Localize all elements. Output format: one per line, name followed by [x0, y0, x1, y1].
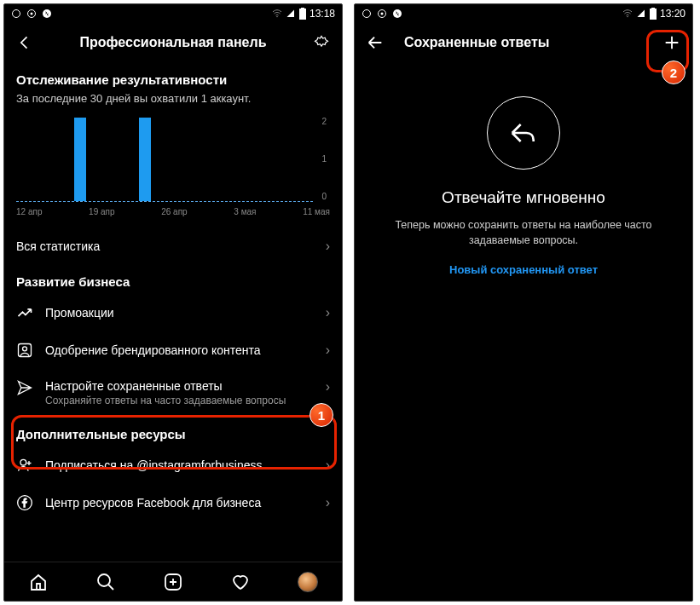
- svg-point-15: [381, 13, 384, 15]
- app-header: Профессиональная панель: [4, 23, 342, 62]
- app-header: Сохраненные ответы: [355, 23, 692, 62]
- new-saved-reply-link[interactable]: Новый сохраненный ответ: [449, 263, 598, 276]
- svg-rect-7: [19, 344, 32, 357]
- bubble-icon: [377, 9, 387, 19]
- bubble-icon: [26, 9, 37, 19]
- all-stats-link[interactable]: Вся статистика ›: [4, 228, 342, 264]
- svg-point-13: [363, 10, 371, 18]
- chevron-right-icon: ›: [326, 305, 330, 320]
- svg-point-0: [13, 10, 20, 18]
- chart-x-ticks: 12 апр 19 апр 26 апр 3 мая 11 мая: [16, 202, 330, 225]
- perf-section-title: Отслеживание результативности: [4, 62, 342, 92]
- facebook-icon: [16, 494, 33, 511]
- shazam-icon: [42, 9, 52, 19]
- saved-replies-item[interactable]: Настройте сохраненные ответы Сохраняйте …: [4, 369, 342, 417]
- svg-point-11: [98, 574, 110, 586]
- chevron-right-icon: ›: [326, 379, 330, 395]
- svg-point-17: [627, 16, 628, 18]
- chevron-right-icon: ›: [326, 343, 330, 358]
- saved-replies-label: Настройте сохраненные ответы: [45, 379, 314, 393]
- step-badge-1: 1: [310, 403, 333, 427]
- wifi-icon: [622, 9, 633, 19]
- svg-rect-6: [301, 8, 304, 9]
- signal-icon: [286, 9, 296, 19]
- status-time: 13:18: [310, 8, 335, 20]
- svg-point-9: [20, 459, 26, 465]
- circle-icon: [11, 9, 21, 19]
- branded-content-item[interactable]: Одобрение брендированного контента ›: [4, 331, 342, 369]
- chevron-right-icon: ›: [326, 495, 330, 510]
- svg-point-8: [23, 347, 27, 351]
- wifi-icon: [272, 9, 282, 19]
- empty-title: Отвечайте мгновенно: [442, 188, 605, 207]
- reach-chart: 2 1 0 12 апр 19 апр 26 апр 3 мая 11 мая: [4, 113, 342, 228]
- add-person-icon: [16, 457, 33, 474]
- chart-y-ticks: 2 1 0: [321, 117, 327, 201]
- promo-item[interactable]: Промоакции ›: [4, 294, 342, 331]
- battery-icon: [299, 8, 306, 20]
- empty-state: Отвечайте мгновенно Теперь можно сохрани…: [355, 62, 692, 601]
- nav-search[interactable]: [95, 571, 117, 593]
- avatar: [298, 572, 318, 592]
- page-title: Сохраненные ответы: [404, 35, 549, 50]
- svg-point-16: [393, 9, 402, 18]
- reply-arrow-icon: [487, 96, 560, 170]
- status-time: 13:20: [660, 8, 686, 20]
- shazam-icon: [392, 9, 402, 19]
- biz-section-title: Развитие бизнеса: [4, 264, 342, 294]
- bottom-nav: [4, 562, 342, 601]
- svg-rect-18: [650, 9, 657, 20]
- nav-create[interactable]: [162, 571, 184, 593]
- page-title: Профессиональная панель: [4, 35, 342, 50]
- pro-dashboard-screen: 13:18 Профессиональная панель Отслеживан…: [3, 3, 343, 602]
- svg-point-3: [43, 9, 51, 18]
- back-button[interactable]: [14, 32, 35, 53]
- add-button[interactable]: [662, 32, 682, 53]
- empty-body: Теперь можно сохранить ответы на наиболе…: [355, 217, 692, 248]
- chevron-right-icon: ›: [326, 239, 330, 254]
- step-badge-2: 2: [662, 60, 686, 84]
- badge-person-icon: [16, 342, 33, 359]
- perf-subtitle: За последние 30 дней вы охватили 1 аккау…: [4, 92, 342, 113]
- status-bar: 13:18: [4, 4, 342, 23]
- settings-button[interactable]: [311, 32, 332, 53]
- saved-replies-screen: 13:20 Сохраненные ответы Отвечайте мгнов…: [354, 3, 693, 602]
- status-bar: 13:20: [355, 4, 692, 23]
- trend-icon: [16, 304, 33, 321]
- svg-point-4: [276, 16, 278, 18]
- follow-igbusiness-item[interactable]: Подписаться на @instagramforbusiness ›: [4, 447, 342, 484]
- nav-activity[interactable]: [229, 571, 252, 593]
- chevron-right-icon: ›: [326, 458, 330, 473]
- send-icon: [16, 379, 33, 396]
- circle-icon: [362, 9, 372, 19]
- svg-rect-19: [651, 8, 655, 9]
- back-button[interactable]: [365, 32, 385, 53]
- signal-icon: [636, 9, 646, 19]
- chart-bar: [74, 118, 86, 201]
- battery-icon: [650, 8, 657, 20]
- chart-bar: [139, 118, 151, 201]
- svg-rect-5: [299, 9, 306, 20]
- nav-home[interactable]: [27, 571, 49, 593]
- svg-point-2: [31, 13, 33, 15]
- saved-replies-sub: Сохраняйте ответы на часто задаваемые во…: [45, 395, 314, 406]
- fb-resources-item[interactable]: Центр ресурсов Facebook для бизнеса ›: [4, 484, 342, 521]
- extra-section-title: Дополнительные ресурсы: [4, 417, 342, 447]
- nav-profile[interactable]: [297, 571, 319, 593]
